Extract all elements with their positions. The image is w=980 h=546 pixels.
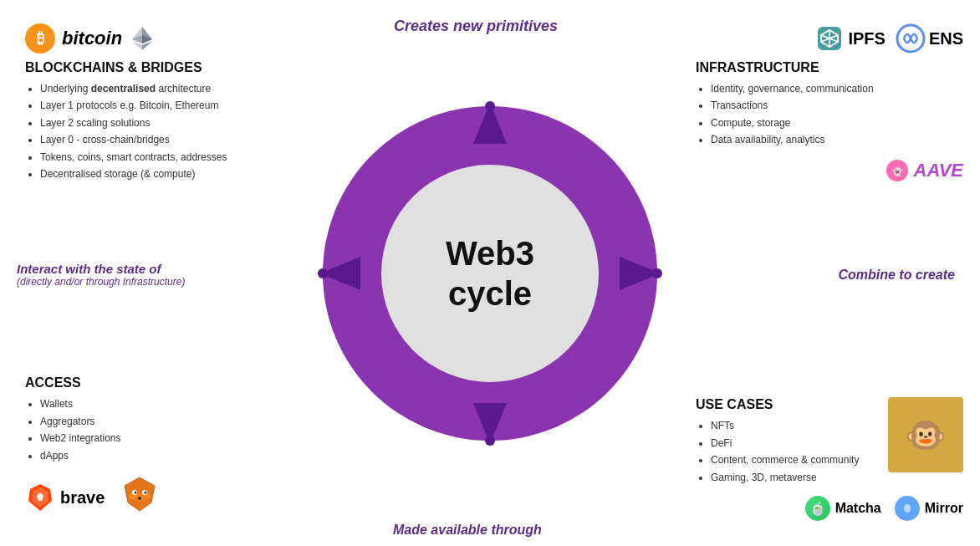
ethereum-logo	[129, 25, 156, 52]
access-list: Wallets Aggregators Web2 integrations dA…	[25, 395, 259, 464]
matcha-label: Matcha	[835, 501, 881, 516]
svg-point-1	[381, 165, 599, 382]
blockchains-title: BLOCKCHAINS & BRIDGES	[25, 60, 309, 75]
infrastructure-list: Identity, governance, communication Tran…	[696, 80, 963, 149]
svg-point-8	[485, 436, 495, 446]
access-section: ACCESS Wallets Aggregators Web2 integrat…	[25, 375, 259, 521]
metamask-logo	[118, 474, 161, 521]
ens-icon	[896, 23, 926, 54]
left-arrow-label: Interact with the state of (directly and…	[17, 262, 185, 288]
access-title: ACCESS	[25, 375, 259, 390]
bitcoin-logo: ₿	[25, 23, 55, 54]
svg-point-35	[138, 497, 141, 500]
svg-point-9	[318, 268, 328, 278]
aave-label: AAVE	[914, 160, 964, 181]
mirror-logo-group: Mirror	[895, 496, 963, 521]
matcha-icon: 🍵	[805, 496, 830, 521]
use-cases-list: NFTs DeFi Content, commerce & community …	[696, 417, 880, 486]
brave-icon	[25, 482, 55, 513]
use-cases-section: USE CASES NFTs DeFi Content, commerce & …	[696, 397, 963, 521]
bottom-arrow-label: Made available through	[393, 523, 542, 538]
aave-logo-group: 👻 AAVE	[696, 159, 963, 182]
infrastructure-title: INFRASTRUCTURE	[696, 60, 963, 75]
mirror-label: Mirror	[925, 501, 963, 516]
svg-point-37	[904, 504, 911, 513]
aave-icon: 👻	[886, 159, 909, 182]
ipfs-icon	[814, 23, 845, 54]
svg-text:👻: 👻	[892, 166, 903, 177]
ipfs-logo-group: IPFS	[814, 23, 885, 54]
ens-logo-group: ENS	[896, 23, 963, 54]
top-arrow-label: Creates new primitives	[394, 18, 558, 35]
right-arrow-label: Combine to create	[838, 268, 955, 283]
svg-point-33	[145, 492, 147, 494]
infrastructure-section: IPFS ENS INFRASTRUCTURE Identity, govern…	[696, 23, 963, 182]
blockchains-section: ₿ bitcoin BLOCKCHAINS & BRIDGES Underlyi…	[25, 23, 309, 182]
bored-ape-nft: 🐵	[888, 397, 963, 472]
ipfs-label: IPFS	[848, 29, 885, 48]
cycle-diagram: Web3 cycle	[314, 98, 666, 449]
svg-point-7	[652, 268, 662, 278]
brave-logo-group: brave	[25, 482, 105, 513]
blockchains-list: Underlying decentralised architecture La…	[25, 80, 309, 182]
matcha-logo-group: 🍵 Matcha	[805, 496, 881, 521]
svg-point-6	[485, 101, 495, 111]
ens-label: ENS	[929, 29, 963, 48]
bitcoin-label: bitcoin	[62, 28, 122, 49]
svg-point-32	[135, 492, 137, 494]
use-cases-title: USE CASES	[696, 397, 880, 412]
brave-label: brave	[60, 488, 105, 508]
mirror-icon	[895, 496, 920, 521]
